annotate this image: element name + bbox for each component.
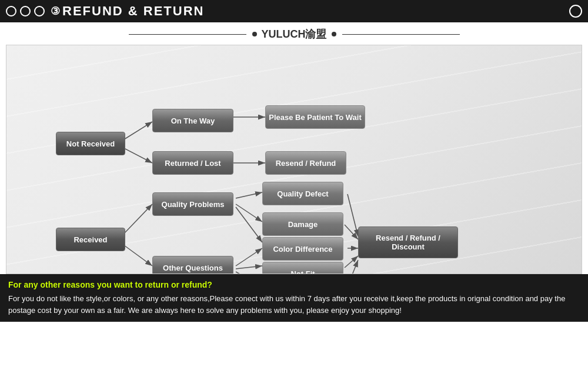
resend-refund-discount-box: Resend / Refund / Discount <box>358 226 458 258</box>
quality-problems-box: Quality Problems <box>152 192 233 216</box>
brand-dot-right <box>332 32 336 36</box>
svg-line-2 <box>124 148 152 163</box>
svg-line-9 <box>236 207 262 242</box>
brand-line-right <box>342 34 460 35</box>
header: ③ REFUND & RETURN <box>0 0 588 22</box>
svg-line-7 <box>236 192 262 198</box>
svg-line-17 <box>346 260 358 274</box>
other-questions-box: Other Questions <box>152 256 233 274</box>
damage-box: Damage <box>262 212 343 236</box>
color-difference-box: Color Difference <box>262 237 343 261</box>
received-box: Received <box>56 228 125 251</box>
not-fit-box: Not Fit <box>262 262 343 274</box>
brand-line-left <box>129 34 246 35</box>
brand-text: YULUCH渝盟 <box>262 27 327 41</box>
diagram-area: Not Received Received On The Way Returne… <box>6 45 582 274</box>
brand-dot-left <box>252 32 257 36</box>
on-the-way-box: On The Way <box>152 109 233 132</box>
svg-line-10 <box>236 248 262 266</box>
info-section: For any other reasons you want to return… <box>0 274 588 322</box>
page-title: REFUND & RETURN <box>62 4 204 19</box>
svg-line-11 <box>236 266 262 269</box>
svg-line-12 <box>236 272 262 274</box>
header-icons <box>6 6 45 16</box>
not-received-box: Not Received <box>56 132 125 155</box>
info-highlight: For any other reasons you want to return… <box>8 280 580 289</box>
svg-line-5 <box>124 204 152 234</box>
info-text: For you do not like the style,or colors,… <box>8 293 580 316</box>
svg-line-6 <box>124 245 152 266</box>
icon-circle-2 <box>20 6 31 16</box>
brand-bar: YULUCH渝盟 <box>0 22 588 45</box>
icon-circle-1 <box>6 6 16 16</box>
resend-refund-box: Resend / Refund <box>265 151 346 175</box>
header-right-icon <box>569 5 582 18</box>
please-be-patient-box: Please Be Patient To Wait <box>265 105 365 129</box>
returned-lost-box: Returned / Lost <box>152 151 233 175</box>
svg-line-1 <box>124 122 152 139</box>
section-number: ③ <box>51 5 60 18</box>
quality-defect-box: Quality Defect <box>262 182 343 205</box>
icon-circle-3 <box>34 6 45 16</box>
